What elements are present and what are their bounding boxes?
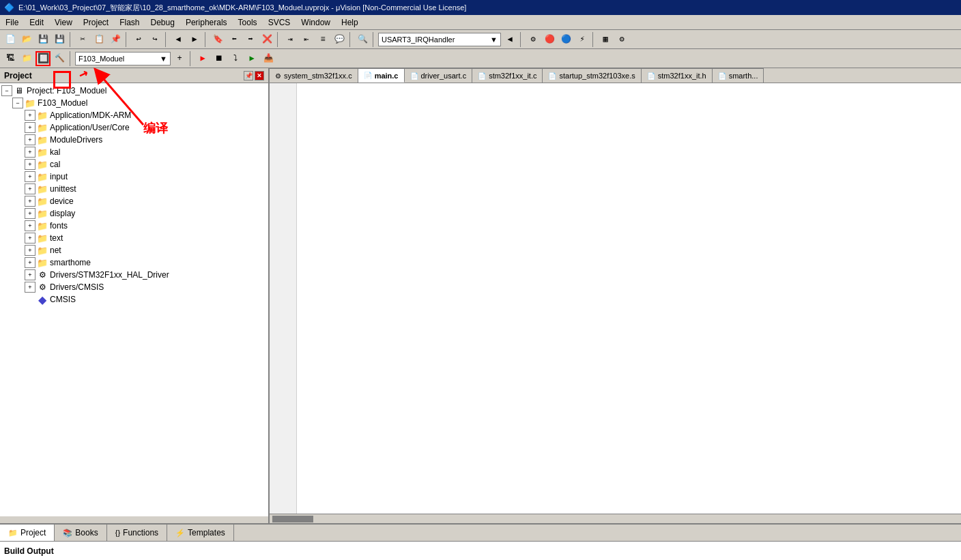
tab-driver-usart[interactable]: 📄 driver_usart.c xyxy=(405,68,473,83)
tab-startup[interactable]: 📄 startup_stm32f103xe.s xyxy=(543,68,641,83)
tree-item-drivers-stm32[interactable]: + ⚙ Drivers/STM32F1xx_HAL_Driver xyxy=(0,269,268,281)
debug-btn2[interactable]: 🔵 xyxy=(558,32,573,47)
expand-device[interactable]: + xyxy=(25,196,35,207)
bookmark-prev[interactable]: ⬅ xyxy=(227,32,242,47)
tab-stm32-it[interactable]: 📄 stm32f1xx_it.c xyxy=(472,68,543,83)
bottom-tab-project[interactable]: 📁 Project xyxy=(0,525,55,541)
tree-item-f103[interactable]: − 📁 F103_Moduel xyxy=(0,97,268,109)
expand-cal[interactable]: + xyxy=(25,159,35,170)
tab-main-c[interactable]: 📄 main.c xyxy=(358,68,405,83)
menu-project[interactable]: Project xyxy=(78,16,114,29)
tree-item-app-user[interactable]: + 📁 Application/User/Core xyxy=(0,121,268,134)
open-button[interactable]: 📂 xyxy=(19,32,34,47)
build-multiproject[interactable]: 🏗 xyxy=(3,51,18,66)
nav-fwd-button[interactable]: ▶ xyxy=(187,32,202,47)
tab-system-stm32[interactable]: ⚙ system_stm32f1xx.c xyxy=(270,68,358,83)
expand-fonts[interactable]: + xyxy=(25,220,35,231)
expand-root[interactable]: − xyxy=(1,85,12,96)
tree-item-module-drivers[interactable]: + 📁 ModuleDrivers xyxy=(0,134,268,146)
tree-item-drivers-cmsis[interactable]: + ⚙ Drivers/CMSIS xyxy=(0,281,268,293)
pin-panel-button[interactable]: 📌 xyxy=(244,71,253,80)
unindent-button[interactable]: ⇤ xyxy=(299,32,314,47)
bookmark-button[interactable]: 🔖 xyxy=(210,32,225,47)
save-button[interactable]: 💾 xyxy=(35,32,51,47)
search-button[interactable]: 🔍 xyxy=(355,32,370,47)
tree-item-root[interactable]: − 🖥 Project: F103_Moduel xyxy=(0,85,268,97)
editor-horizontal-scrollbar[interactable] xyxy=(270,514,961,523)
menu-view[interactable]: View xyxy=(49,16,78,29)
debug-btn[interactable]: 🔴 xyxy=(542,32,557,47)
tree-item-net[interactable]: + 📁 net xyxy=(0,244,268,256)
paste-button[interactable]: 📌 xyxy=(108,32,123,47)
expand-f103[interactable]: − xyxy=(12,98,23,108)
expand-smarthome[interactable]: + xyxy=(25,257,35,268)
tree-item-fonts[interactable]: + 📁 fonts xyxy=(0,220,268,232)
tree-item-smarthome[interactable]: + 📁 smarthome xyxy=(0,256,268,269)
expand-drivers-stm32[interactable]: + xyxy=(25,269,35,280)
target-dropdown[interactable]: F103_Moduel ▼ xyxy=(75,52,171,65)
expand-input[interactable]: + xyxy=(25,171,35,182)
tree-item-app-mdk[interactable]: + 📁 Application/MDK-ARM xyxy=(0,109,268,121)
tree-item-device[interactable]: + 📁 device xyxy=(0,195,268,207)
bookmark-clear[interactable]: ❌ xyxy=(259,32,274,47)
expand-kal[interactable]: + xyxy=(25,147,35,158)
code-editor[interactable] xyxy=(270,83,961,514)
into-button[interactable]: ▶ xyxy=(244,51,259,66)
new-file-button[interactable]: 📄 xyxy=(3,32,18,47)
nav-back-button[interactable]: ◀ xyxy=(171,32,186,47)
load-button[interactable]: 📥 xyxy=(261,51,276,66)
undo-button[interactable]: ↩ xyxy=(131,32,146,47)
window-list-btn[interactable]: ▦ xyxy=(598,32,613,47)
tree-item-unittest[interactable]: + 📁 unittest xyxy=(0,183,268,195)
bottom-tab-templates[interactable]: ⚡ Templates xyxy=(167,525,234,541)
expand-text[interactable]: + xyxy=(25,233,35,244)
menu-tools[interactable]: Tools xyxy=(233,16,263,29)
menu-debug[interactable]: Debug xyxy=(145,16,180,29)
expand-module-drivers[interactable]: + xyxy=(25,134,35,145)
menu-window[interactable]: Window xyxy=(296,16,336,29)
comment-button[interactable]: 💬 xyxy=(332,32,347,47)
format-button[interactable]: ≡ xyxy=(315,32,330,47)
build-button[interactable]: 🔨 xyxy=(52,51,67,66)
menu-flash[interactable]: Flash xyxy=(114,16,145,29)
tree-item-text[interactable]: + 📁 text xyxy=(0,232,268,244)
tree-item-input[interactable]: + 📁 input xyxy=(0,171,268,183)
cut-button[interactable]: ✂ xyxy=(75,32,90,47)
expand-app-user[interactable]: + xyxy=(25,122,35,133)
project-panel-scrollbar[interactable] xyxy=(0,516,268,523)
target-options[interactable]: ⚙ xyxy=(526,32,541,47)
bottom-tab-books[interactable]: 📚 Books xyxy=(55,525,106,541)
close-panel-button[interactable]: ✕ xyxy=(255,71,264,80)
open-project-btn[interactable]: 📁 xyxy=(19,51,34,66)
menu-svcs[interactable]: SVCS xyxy=(263,16,296,29)
dropdown-btn-1[interactable]: ◀ xyxy=(502,32,517,47)
expand-display[interactable]: + xyxy=(25,208,35,219)
menu-peripherals[interactable]: Peripherals xyxy=(180,16,233,29)
menu-edit[interactable]: Edit xyxy=(24,16,49,29)
tree-item-cal[interactable]: + 📁 cal xyxy=(0,158,268,171)
function-dropdown[interactable]: USART3_IRQHandler ▼ xyxy=(378,33,501,46)
indent-button[interactable]: ⇥ xyxy=(283,32,298,47)
step-button[interactable]: ⤵ xyxy=(228,51,243,66)
compile-button[interactable]: 🔲 xyxy=(35,51,51,66)
code-content[interactable] xyxy=(297,83,961,514)
expand-app-mdk[interactable]: + xyxy=(25,110,35,121)
bottom-tab-functions[interactable]: {} Functions xyxy=(107,525,167,541)
menu-file[interactable]: File xyxy=(0,16,24,29)
expand-net[interactable]: + xyxy=(25,245,35,256)
target-add-btn[interactable]: + xyxy=(172,51,187,66)
scrollbar-thumb[interactable] xyxy=(272,516,313,522)
run-button[interactable]: ▶ xyxy=(195,51,210,66)
tab-stm32-ith[interactable]: 📄 stm32f1xx_it.h xyxy=(642,68,713,83)
settings-btn[interactable]: ⚙ xyxy=(614,32,629,47)
redo-button[interactable]: ↪ xyxy=(147,32,162,47)
expand-drivers-cmsis[interactable]: + xyxy=(25,282,35,293)
tree-item-kal[interactable]: + 📁 kal xyxy=(0,146,268,158)
save-all-button[interactable]: 💾 xyxy=(52,32,67,47)
copy-button[interactable]: 📋 xyxy=(91,32,106,47)
expand-unittest[interactable]: + xyxy=(25,183,35,194)
tree-item-display[interactable]: + 📁 display xyxy=(0,207,268,220)
menu-help[interactable]: Help xyxy=(336,16,364,29)
tree-item-cmsis[interactable]: ◆ CMSIS xyxy=(0,293,268,306)
stop-button[interactable]: ⏹ xyxy=(212,51,227,66)
